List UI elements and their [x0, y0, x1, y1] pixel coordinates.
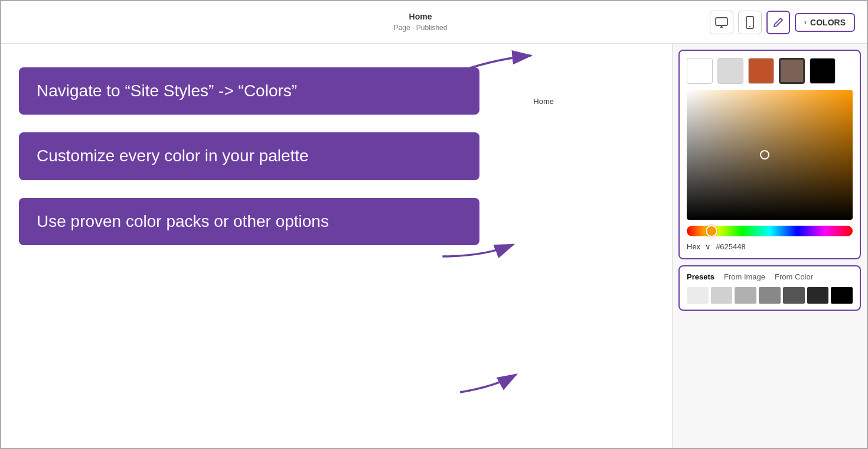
edit-button[interactable] [766, 11, 790, 34]
instruction-text-1: Navigate to “Site Styles” -> “Colors” [37, 82, 297, 100]
hex-format-dropdown[interactable]: ∨ [705, 242, 711, 251]
main-layout: Home Navigate to “Site Styles” -> “Color… [1, 44, 867, 449]
swatch-black[interactable] [810, 58, 836, 84]
page-subtitle: Page · Published [394, 23, 448, 33]
mobile-icon [746, 16, 754, 29]
hex-value[interactable]: #625448 [716, 242, 746, 251]
pencil-icon [773, 17, 784, 28]
presets-tabs: Presets From Image From Color [687, 272, 853, 281]
colors-button-label: COLORS [810, 18, 846, 27]
swatch-red-brown[interactable] [748, 58, 774, 84]
hex-row: Hex ∨ #625448 [687, 242, 853, 251]
top-bar: Home Page · Published ‹ COLORS [1, 1, 867, 44]
mobile-view-button[interactable] [738, 11, 762, 34]
tab-from-color[interactable]: From Color [775, 272, 813, 281]
right-panel: Hex ∨ #625448 Presets From Image From Co… [672, 44, 867, 449]
chevron-left-icon: ‹ [804, 18, 807, 27]
instruction-box-2: Customize every color in your palette [19, 132, 479, 180]
preset-swatch-2[interactable] [711, 287, 733, 304]
swatch-white[interactable] [687, 58, 713, 84]
instruction-box-3: Use proven color packs or other options [19, 198, 479, 245]
preset-swatch-6[interactable] [807, 287, 829, 304]
presets-panel: Presets From Image From Color [678, 265, 861, 311]
hue-slider[interactable] [687, 226, 853, 236]
gradient-canvas[interactable] [687, 90, 853, 220]
instruction-text-3: Use proven color packs or other options [37, 212, 329, 230]
tab-from-image[interactable]: From Image [724, 272, 765, 281]
desktop-view-button[interactable] [710, 11, 733, 34]
instruction-text-2: Customize every color in your palette [37, 147, 309, 165]
svg-point-4 [749, 26, 750, 27]
preset-swatch-5[interactable] [783, 287, 805, 304]
breadcrumb: Home [533, 97, 554, 106]
preset-swatch-7[interactable] [831, 287, 853, 304]
color-picker-panel: Hex ∨ #625448 [678, 50, 861, 259]
preset-swatch-3[interactable] [735, 287, 756, 304]
swatch-light-gray[interactable] [717, 58, 743, 84]
toolbar-right: ‹ COLORS [710, 11, 855, 34]
swatches-row [687, 58, 853, 84]
colors-button[interactable]: ‹ COLORS [795, 13, 855, 32]
instruction-box-1: Navigate to “Site Styles” -> “Colors” [19, 67, 479, 115]
hue-cursor [706, 225, 717, 237]
hex-label: Hex [687, 242, 700, 251]
page-title: Home [394, 11, 448, 23]
desktop-icon [715, 17, 728, 28]
preset-swatch-row [687, 287, 853, 304]
swatch-brown-selected[interactable] [779, 58, 805, 84]
content-area: Home Navigate to “Site Styles” -> “Color… [1, 44, 672, 449]
tab-presets[interactable]: Presets [687, 272, 714, 281]
svg-rect-0 [716, 18, 727, 25]
preset-swatch-4[interactable] [759, 287, 781, 304]
page-info: Home Page · Published [394, 11, 448, 32]
preset-swatch-1[interactable] [687, 287, 709, 304]
